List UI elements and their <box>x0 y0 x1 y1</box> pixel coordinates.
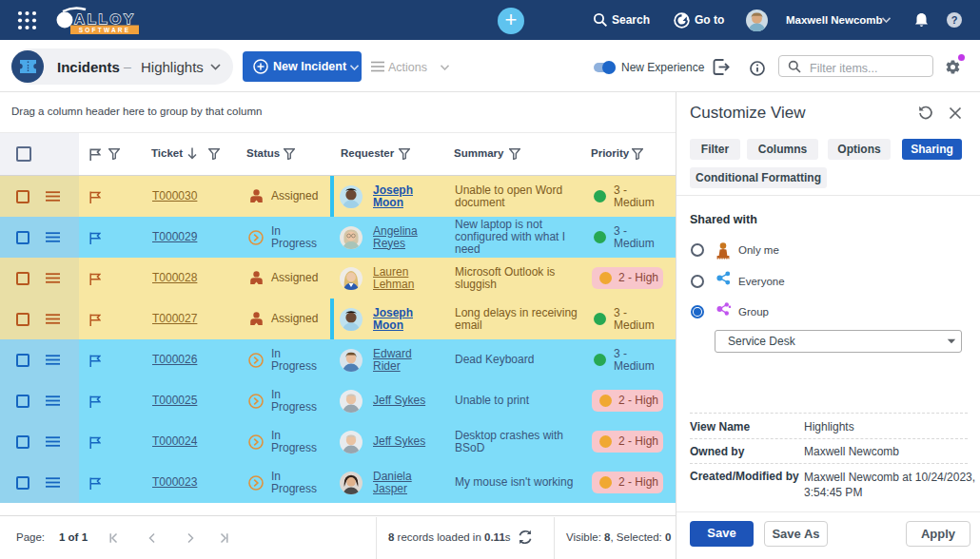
svg-text:?: ? <box>951 14 958 26</box>
svg-text:ALLOY: ALLOY <box>74 10 136 27</box>
svg-text:SOFTWARE: SOFTWARE <box>79 27 130 33</box>
